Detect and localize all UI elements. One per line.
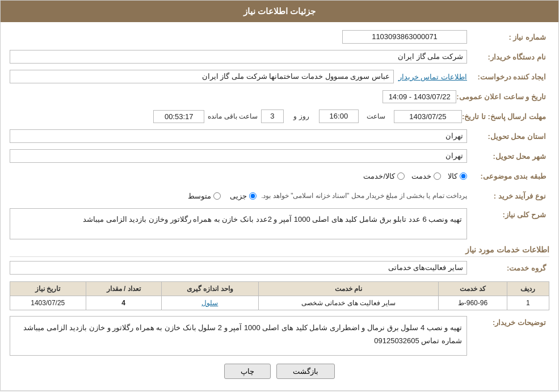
need-desc-row: شرح کلی نیاز: تهیه ونصب 6 عدد تابلو برق …	[10, 208, 549, 239]
buyer-desc-value: تهیه و نصب 4 سلول برق نرمال و اضطراری شا…	[10, 316, 467, 356]
category-service-goods-label: کالا/خدمت	[363, 172, 395, 180]
category-label: طبقه بندی موضوعی:	[467, 172, 549, 180]
category-service-radio[interactable]	[434, 172, 441, 180]
category-row: طبقه بندی موضوعی: کالا/خدمت خدمت کالا	[10, 168, 549, 184]
service-info-title: اطلاعات خدمات مورد نیاز	[10, 245, 549, 257]
cell-quantity: 4	[86, 296, 161, 310]
purchase-type-label: نوع فرآیند خرید :	[467, 192, 549, 200]
province-label: استان محل تحویل:	[467, 132, 549, 141]
response-day-value: 3	[261, 109, 284, 123]
response-time-value: 16:00	[319, 109, 359, 123]
category-option-service[interactable]: خدمت	[411, 172, 441, 180]
response-deadline-row: مهلت ارسال پاسخ: تا تاریخ: 1403/07/25 سا…	[10, 108, 549, 124]
service-group-row: گروه خدمت: سایر فعالیت‌های خدماتی	[10, 260, 549, 276]
cell-date: 1403/07/25	[10, 296, 86, 310]
response-deadline-label: مهلت ارسال پاسخ: تا تاریخ:	[462, 112, 549, 121]
category-option-service-goods[interactable]: کالا/خدمت	[363, 172, 405, 180]
purchase-option-partial[interactable]: جزیی	[230, 192, 257, 200]
table-header-row: ردیف کد خدمت نام خدمت واحد اندازه گیری ت…	[10, 282, 549, 296]
creator-label: ایجاد کننده درخواست:	[467, 73, 549, 81]
print-button[interactable]: چاپ	[224, 364, 271, 379]
buttons-row: بازگشت چاپ	[10, 364, 549, 379]
buyer-station-value: شرکت ملی گاز ایران	[10, 50, 467, 64]
announce-date-value: 1403/07/22 - 14:09	[383, 90, 456, 103]
purchase-option-medium[interactable]: متوسط	[188, 192, 221, 200]
purchase-medium-radio[interactable]	[213, 192, 221, 200]
col-service-code: کد خدمت	[439, 282, 507, 296]
day-label: روز و	[287, 112, 316, 120]
purchase-medium-label: متوسط	[188, 192, 211, 200]
buyer-desc-row: توضیحات خریدار: تهیه و نصب 4 سلول برق نر…	[10, 316, 549, 356]
announce-date-row: تاریخ و ساعت اعلان عمومی: 1403/07/22 - 1…	[10, 88, 549, 104]
province-row: استان محل تحویل: تهران	[10, 128, 549, 144]
timing-row: 1403/07/25 ساعت 16:00 روز و 3 ساعت باقی …	[153, 109, 462, 123]
page-header: جزئیات اطلاعات نیاز	[1, 1, 558, 22]
purchase-partial-label: جزیی	[230, 192, 247, 200]
category-service-goods-radio[interactable]	[397, 172, 405, 180]
col-date: تاریخ نیاز	[10, 282, 86, 296]
purchase-partial-radio[interactable]	[249, 192, 257, 200]
col-unit: واحد اندازه گیری	[161, 282, 258, 296]
service-group-label: گروه خدمت:	[467, 264, 549, 272]
city-row: شهر محل تحویل: تهران	[10, 148, 549, 164]
buyer-station-row: نام دستگاه خریدار: شرکت ملی گاز ایران	[10, 49, 549, 65]
remaining-label: ساعت باقی مانده	[208, 112, 258, 120]
category-service-label: خدمت	[411, 172, 431, 180]
cell-row-num: 1	[507, 296, 549, 310]
cell-unit[interactable]: سلول	[161, 296, 258, 310]
creator-row: ایجاد کننده درخواست: اطلاعات تماس خریدار…	[10, 69, 549, 85]
contact-info-link[interactable]: اطلاعات تماس خریدار	[398, 73, 467, 81]
col-quantity: تعداد / مقدار	[86, 282, 161, 296]
province-value: تهران	[10, 129, 467, 143]
category-goods-radio[interactable]	[460, 172, 467, 180]
table-row: 1 960-96-ط سایر فعالیت های خدماتی شخصی س…	[10, 296, 549, 310]
response-date-value: 1403/07/25	[394, 110, 462, 123]
main-container: جزئیات اطلاعات نیاز شماره نیاز : 1103093…	[0, 0, 559, 391]
category-option-goods[interactable]: کالا	[448, 172, 467, 180]
buyer-station-label: نام دستگاه خریدار:	[467, 53, 549, 61]
remaining-value: 00:53:17	[153, 110, 204, 123]
services-table: ردیف کد خدمت نام خدمت واحد اندازه گیری ت…	[10, 281, 549, 310]
category-goods-label: کالا	[448, 172, 457, 180]
city-value: تهران	[10, 149, 467, 163]
city-label: شهر محل تحویل:	[467, 152, 549, 161]
creator-value: عباس سوری مسوول خدمات ساختمانها شرکت ملی…	[10, 70, 394, 83]
need-number-label: شماره نیاز :	[467, 33, 549, 41]
purchase-radio-group: متوسط جزیی	[188, 192, 257, 200]
header-title: جزئیات اطلاعات نیاز	[243, 6, 316, 16]
col-service-name: نام خدمت	[258, 282, 439, 296]
need-desc-value: تهیه ونصب 6 عدد تابلو برق شامل کلید های …	[10, 208, 467, 239]
content-area: شماره نیاز : 1103093863000071 نام دستگاه…	[1, 22, 558, 390]
cell-service-code: 960-96-ط	[439, 296, 507, 310]
category-radio-group: کالا/خدمت خدمت کالا	[10, 172, 467, 180]
cell-service-name: سایر فعالیت های خدماتی شخصی	[258, 296, 439, 310]
col-row-num: ردیف	[507, 282, 549, 296]
announce-date-label: تاریخ و ساعت اعلان عمومی:	[456, 92, 549, 101]
time-label: ساعت	[362, 112, 390, 120]
need-number-row: شماره نیاز : 1103093863000071	[10, 29, 549, 45]
services-table-section: ردیف کد خدمت نام خدمت واحد اندازه گیری ت…	[10, 281, 549, 310]
back-button[interactable]: بازگشت	[276, 364, 335, 379]
buyer-desc-label: توضیحات خریدار:	[467, 316, 549, 327]
need-number-value: 1103093863000071	[342, 30, 467, 44]
service-group-value: سایر فعالیت‌های خدماتی	[10, 261, 467, 275]
purchase-type-row: نوع فرآیند خرید : پرداخت تمام یا بخشی از…	[10, 188, 549, 204]
need-desc-label: شرح کلی نیاز:	[467, 208, 549, 219]
purchase-note: پرداخت تمام یا بخشی از مبلغ خریدار محل "…	[261, 191, 467, 201]
